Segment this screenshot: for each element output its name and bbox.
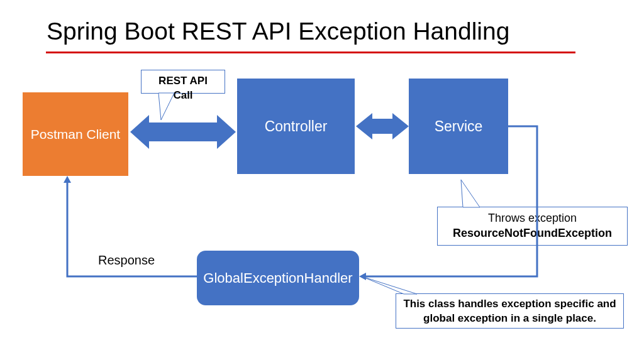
svg-rect-3: [372, 119, 392, 134]
svg-marker-7: [64, 176, 71, 183]
svg-marker-9: [461, 180, 480, 207]
callout-pointer-throws: [461, 180, 480, 207]
callout-pointer-api: [158, 93, 174, 120]
svg-marker-1: [130, 115, 149, 149]
svg-marker-4: [356, 113, 372, 139]
service-box: Service: [409, 79, 508, 174]
arrow-postman-controller: [130, 115, 236, 149]
arrow-controller-service: [356, 113, 409, 139]
response-label: Response: [98, 253, 155, 268]
svg-marker-5: [392, 113, 409, 139]
title-underline: [46, 52, 575, 53]
svg-marker-2: [217, 115, 236, 149]
callout-pointer-class: [362, 276, 417, 294]
svg-rect-0: [149, 122, 217, 141]
diagram-title: Spring Boot REST API Exception Handling: [47, 18, 509, 45]
controller-box: Controller: [237, 79, 355, 174]
global-exception-handler-box: GlobalExceptionHandler: [197, 251, 359, 305]
svg-marker-6: [359, 273, 366, 280]
postman-client-box: Postman Client: [23, 92, 128, 176]
svg-marker-8: [158, 93, 174, 120]
throws-line1: Throws exception: [445, 210, 619, 226]
throws-line2: ResourceNotFoundException: [445, 226, 619, 241]
throws-exception-callout: Throws exception ResourceNotFoundExcepti…: [437, 207, 628, 246]
svg-marker-10: [362, 276, 417, 294]
rest-api-call-callout: REST API Call: [141, 70, 225, 94]
handler-description-callout: This class handles exception specific an…: [396, 293, 624, 329]
